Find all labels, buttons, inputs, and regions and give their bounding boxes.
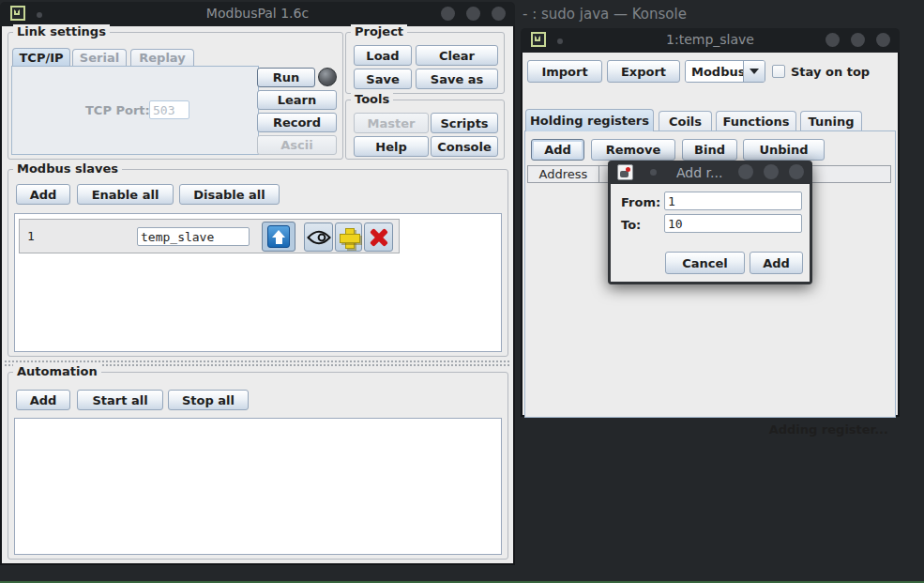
- slaves-list: 1: [14, 213, 502, 352]
- window-title: ModbusPal 1.6c: [0, 6, 515, 21]
- start-all-button[interactable]: Start all: [77, 390, 163, 410]
- tab-holding-registers[interactable]: Holding registers: [525, 109, 654, 131]
- dialog-cancel-button[interactable]: Cancel: [665, 252, 745, 274]
- modbuspal-window: ModbusPal 1.6c Link settings TCP/IP Seri…: [0, 2, 515, 565]
- project-group: Project Load Clear Save Save as: [345, 32, 505, 94]
- record-button[interactable]: Record: [257, 113, 337, 132]
- automation-add-button[interactable]: Add: [16, 390, 70, 410]
- project-title: Project: [351, 24, 407, 38]
- dialog-add-button[interactable]: Add: [750, 252, 803, 274]
- chevron-down-icon: [750, 69, 759, 74]
- modbuspal-body: Link settings TCP/IP Serial Replay TCP P…: [0, 26, 515, 565]
- close-button[interactable]: [492, 7, 506, 21]
- status-text: Adding register...: [769, 422, 888, 437]
- master-button: Master: [354, 113, 429, 133]
- dialog-titlebar[interactable]: Add r...: [611, 161, 810, 184]
- slave-duplicate-button[interactable]: [335, 222, 362, 252]
- modbuspal-titlebar[interactable]: ModbusPal 1.6c: [0, 2, 515, 26]
- automation-group: Automation Add Start all Stop all: [8, 372, 508, 560]
- close-button[interactable]: [876, 33, 890, 47]
- automation-title: Automation: [13, 364, 101, 378]
- help-button[interactable]: Help: [354, 136, 429, 157]
- tab-coils[interactable]: Coils: [659, 111, 712, 131]
- scripts-button[interactable]: Scripts: [431, 113, 498, 133]
- slave-show-panel-button[interactable]: [262, 222, 295, 252]
- link-settings-group: Link settings TCP/IP Serial Replay TCP P…: [8, 32, 343, 160]
- console-button[interactable]: Console: [431, 136, 498, 157]
- tab-replay[interactable]: Replay: [130, 49, 194, 66]
- link-settings-title: Link settings: [13, 24, 110, 38]
- dialog-app-icon: [617, 164, 633, 180]
- stay-on-top-checkbox[interactable]: [772, 65, 785, 78]
- modbus-slaves-title: Modbus slaves: [13, 161, 122, 176]
- col-empty: [805, 165, 891, 183]
- import-button[interactable]: Import: [527, 60, 602, 83]
- register-bind-button[interactable]: Bind: [682, 139, 737, 161]
- register-unbind-button[interactable]: Unbind: [743, 139, 825, 161]
- save-as-button[interactable]: Save as: [416, 69, 498, 89]
- add-register-dialog: Add r... From: To: Cancel Add: [608, 161, 812, 284]
- disable-all-button[interactable]: Disable all: [179, 184, 280, 205]
- ascii-button: Ascii: [257, 135, 337, 155]
- desktop: { "desktop": { "konsole_title": "- : sud…: [0, 0, 924, 583]
- dialog-minimize-button[interactable]: [738, 164, 753, 179]
- konsole-window-title: - : sudo java — Konsole: [523, 6, 687, 23]
- modbus-slaves-group: Modbus slaves Add Enable all Disable all…: [8, 169, 508, 357]
- stay-on-top-label: Stay on top: [791, 65, 870, 79]
- plus-icon: [339, 227, 359, 248]
- x-icon: [369, 227, 389, 248]
- eye-icon: [307, 230, 331, 245]
- automation-list: [14, 418, 502, 555]
- slave-name-input[interactable]: [137, 227, 250, 246]
- combo-arrow-button[interactable]: [743, 61, 765, 82]
- clear-button[interactable]: Clear: [416, 45, 498, 66]
- tcp-port-input[interactable]: [149, 100, 189, 119]
- register-remove-button[interactable]: Remove: [591, 139, 675, 161]
- tab-tcpip[interactable]: TCP/IP: [12, 48, 70, 66]
- to-label: To:: [621, 218, 641, 232]
- slave-delete-button[interactable]: [364, 222, 393, 252]
- tools-title: Tools: [351, 92, 393, 106]
- tools-group: Tools Master Scripts Help Console: [345, 100, 505, 160]
- enable-all-button[interactable]: Enable all: [77, 184, 174, 205]
- tcp-port-label: TCP Port:: [85, 103, 150, 117]
- minimize-button[interactable]: [826, 33, 840, 47]
- from-label: From:: [621, 195, 660, 209]
- tcpip-tab-panel: TCP Port:: [11, 66, 259, 155]
- learn-button[interactable]: Learn: [257, 90, 337, 110]
- save-button[interactable]: Save: [354, 69, 412, 89]
- modbus-mode-value: Modbus: [686, 61, 743, 82]
- slave-editor-titlebar[interactable]: 1:temp_slave: [521, 28, 900, 53]
- run-button[interactable]: Run: [257, 68, 315, 87]
- slave-row[interactable]: 1: [19, 219, 400, 253]
- slaves-add-button[interactable]: Add: [16, 184, 70, 205]
- dialog-dot-icon: [650, 169, 657, 176]
- dialog-close-button[interactable]: [789, 164, 804, 179]
- to-input[interactable]: [664, 214, 802, 233]
- register-add-button[interactable]: Add: [531, 139, 584, 161]
- maximize-button[interactable]: [851, 33, 865, 47]
- load-button[interactable]: Load: [354, 45, 412, 66]
- tab-tuning[interactable]: Tuning: [800, 111, 862, 131]
- stop-all-button[interactable]: Stop all: [168, 390, 249, 410]
- dialog-body: From: To: Cancel Add: [611, 184, 810, 282]
- minimize-button[interactable]: [441, 7, 455, 21]
- up-arrow-icon: [267, 225, 290, 248]
- slave-id: 1: [27, 229, 35, 243]
- tab-functions[interactable]: Functions: [716, 111, 796, 131]
- export-button[interactable]: Export: [607, 60, 680, 83]
- col-address[interactable]: Address: [527, 165, 599, 183]
- from-input[interactable]: [664, 192, 802, 210]
- slave-eye-button[interactable]: [304, 222, 333, 252]
- dialog-title: Add r...: [676, 165, 722, 180]
- tab-serial[interactable]: Serial: [72, 49, 127, 66]
- modbus-mode-select[interactable]: Modbus: [685, 60, 765, 83]
- maximize-button[interactable]: [466, 7, 480, 21]
- run-led-icon: [318, 68, 337, 86]
- dialog-maximize-button[interactable]: [764, 164, 779, 179]
